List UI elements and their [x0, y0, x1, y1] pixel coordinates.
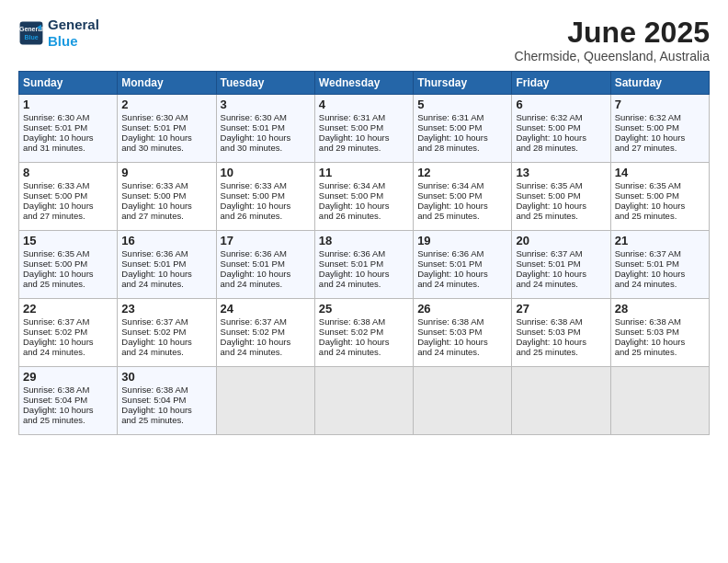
day-info-line: Sunrise: 6:37 AM [516, 248, 606, 259]
calendar-cell: 26Sunrise: 6:38 AMSunset: 5:03 PMDayligh… [414, 299, 512, 367]
day-info-line: Sunrise: 6:37 AM [221, 316, 311, 327]
day-info-line: and 25 minutes. [516, 211, 606, 221]
day-number: 16 [121, 234, 211, 247]
day-info-line: Sunrise: 6:30 AM [121, 112, 211, 122]
day-info-line: Daylight: 10 hours [23, 269, 113, 279]
header: General Blue General Blue June 2025 Cher… [18, 17, 710, 63]
day-info-line: and 24 minutes. [319, 347, 409, 357]
day-info-line: and 27 minutes. [23, 211, 113, 221]
calendar-cell [314, 367, 413, 435]
calendar-week-row: 22Sunrise: 6:37 AMSunset: 5:02 PMDayligh… [19, 299, 710, 367]
day-info-line: and 24 minutes. [121, 279, 211, 289]
day-info-line: Sunset: 5:03 PM [417, 327, 507, 337]
day-info-line: Sunset: 5:00 PM [319, 190, 409, 201]
logo-line1: General [48, 17, 99, 33]
calendar-cell: 28Sunrise: 6:38 AMSunset: 5:03 PMDayligh… [610, 299, 709, 367]
day-info-line: Sunrise: 6:30 AM [23, 112, 113, 122]
calendar-cell: 24Sunrise: 6:37 AMSunset: 5:02 PMDayligh… [216, 299, 314, 367]
day-number: 7 [615, 98, 705, 111]
calendar-cell: 8Sunrise: 6:33 AMSunset: 5:00 PMDaylight… [19, 163, 118, 231]
calendar-week-row: 29Sunrise: 6:38 AMSunset: 5:04 PMDayligh… [19, 367, 710, 435]
day-info-line: Sunrise: 6:30 AM [221, 112, 311, 122]
calendar-cell: 30Sunrise: 6:38 AMSunset: 5:04 PMDayligh… [118, 367, 216, 435]
day-info-line: Sunrise: 6:31 AM [319, 112, 409, 122]
svg-text:Blue: Blue [24, 34, 38, 40]
day-info-line: Sunrise: 6:36 AM [221, 248, 311, 259]
day-info-line: Sunrise: 6:38 AM [417, 316, 507, 327]
day-info-line: and 24 minutes. [221, 347, 311, 357]
calendar-cell: 3Sunrise: 6:30 AMSunset: 5:01 PMDaylight… [216, 95, 314, 163]
day-info-line: Sunset: 5:01 PM [23, 122, 113, 132]
day-number: 13 [516, 166, 606, 179]
day-info-line: Daylight: 10 hours [615, 132, 705, 143]
day-info-line: and 25 minutes. [615, 211, 705, 221]
day-number: 18 [319, 234, 409, 247]
day-info-line: Sunset: 5:01 PM [121, 122, 211, 132]
day-info-line: Daylight: 10 hours [221, 337, 311, 347]
day-info-line: and 27 minutes. [121, 211, 211, 221]
day-number: 20 [516, 234, 606, 247]
day-info-line: Daylight: 10 hours [516, 269, 606, 279]
calendar-cell: 14Sunrise: 6:35 AMSunset: 5:00 PMDayligh… [610, 163, 709, 231]
calendar-cell: 6Sunrise: 6:32 AMSunset: 5:00 PMDaylight… [512, 95, 610, 163]
calendar-cell: 21Sunrise: 6:37 AMSunset: 5:01 PMDayligh… [610, 231, 709, 299]
day-info-line: Sunrise: 6:31 AM [417, 112, 507, 122]
logo: General Blue General Blue [18, 17, 99, 50]
day-info-line: Sunset: 5:02 PM [319, 327, 409, 337]
svg-rect-0 [20, 22, 43, 45]
header-day-sunday: Sunday [19, 72, 118, 95]
location-subtitle: Chermside, Queensland, Australia [515, 49, 710, 63]
day-number: 4 [319, 98, 409, 111]
day-number: 27 [516, 302, 606, 316]
calendar-cell: 5Sunrise: 6:31 AMSunset: 5:00 PMDaylight… [414, 95, 512, 163]
day-info-line: and 25 minutes. [615, 347, 705, 357]
calendar-cell: 25Sunrise: 6:38 AMSunset: 5:02 PMDayligh… [314, 299, 413, 367]
day-number: 12 [417, 166, 507, 179]
day-number: 19 [417, 234, 507, 247]
day-number: 30 [121, 370, 211, 384]
header-day-saturday: Saturday [610, 72, 709, 95]
day-info-line: Sunrise: 6:38 AM [121, 385, 211, 395]
day-info-line: Daylight: 10 hours [417, 337, 507, 347]
day-info-line: Daylight: 10 hours [23, 201, 113, 211]
day-info-line: Sunrise: 6:38 AM [319, 316, 409, 327]
day-number: 26 [417, 302, 507, 316]
day-info-line: Sunrise: 6:35 AM [516, 180, 606, 190]
day-info-line: Daylight: 10 hours [23, 405, 113, 415]
day-number: 29 [23, 370, 113, 384]
day-info-line: Sunrise: 6:38 AM [516, 316, 606, 327]
header-day-wednesday: Wednesday [314, 72, 413, 95]
day-number: 24 [221, 302, 311, 316]
day-info-line: Sunset: 5:00 PM [23, 259, 113, 269]
calendar-cell [610, 367, 709, 435]
day-info-line: Daylight: 10 hours [417, 132, 507, 143]
day-info-line: Sunset: 5:01 PM [516, 259, 606, 269]
day-info-line: Sunset: 5:03 PM [615, 327, 705, 337]
day-info-line: Daylight: 10 hours [319, 269, 409, 279]
header-day-monday: Monday [118, 72, 216, 95]
title-block: June 2025 Chermside, Queensland, Austral… [515, 17, 710, 63]
day-info-line: Daylight: 10 hours [319, 201, 409, 211]
day-info-line: and 31 minutes. [23, 143, 113, 153]
day-info-line: Sunset: 5:01 PM [221, 259, 311, 269]
header-day-friday: Friday [512, 72, 610, 95]
day-info-line: Daylight: 10 hours [121, 405, 211, 415]
day-info-line: and 29 minutes. [319, 143, 409, 153]
day-info-line: Sunrise: 6:37 AM [121, 316, 211, 327]
day-info-line: Sunset: 5:00 PM [417, 190, 507, 201]
day-info-line: Sunrise: 6:37 AM [615, 248, 705, 259]
day-info-line: Sunset: 5:00 PM [516, 122, 606, 132]
day-info-line: Sunrise: 6:36 AM [319, 248, 409, 259]
calendar-cell: 13Sunrise: 6:35 AMSunset: 5:00 PMDayligh… [512, 163, 610, 231]
day-number: 3 [221, 98, 311, 111]
calendar-cell: 16Sunrise: 6:36 AMSunset: 5:01 PMDayligh… [118, 231, 216, 299]
day-info-line: and 25 minutes. [417, 211, 507, 221]
day-number: 5 [417, 98, 507, 111]
day-info-line: and 24 minutes. [121, 347, 211, 357]
day-info-line: and 28 minutes. [516, 143, 606, 153]
day-number: 9 [121, 166, 211, 179]
day-info-line: and 24 minutes. [221, 279, 311, 289]
day-info-line: Daylight: 10 hours [615, 201, 705, 211]
day-info-line: Daylight: 10 hours [615, 337, 705, 347]
calendar-header-row: SundayMondayTuesdayWednesdayThursdayFrid… [19, 72, 710, 95]
